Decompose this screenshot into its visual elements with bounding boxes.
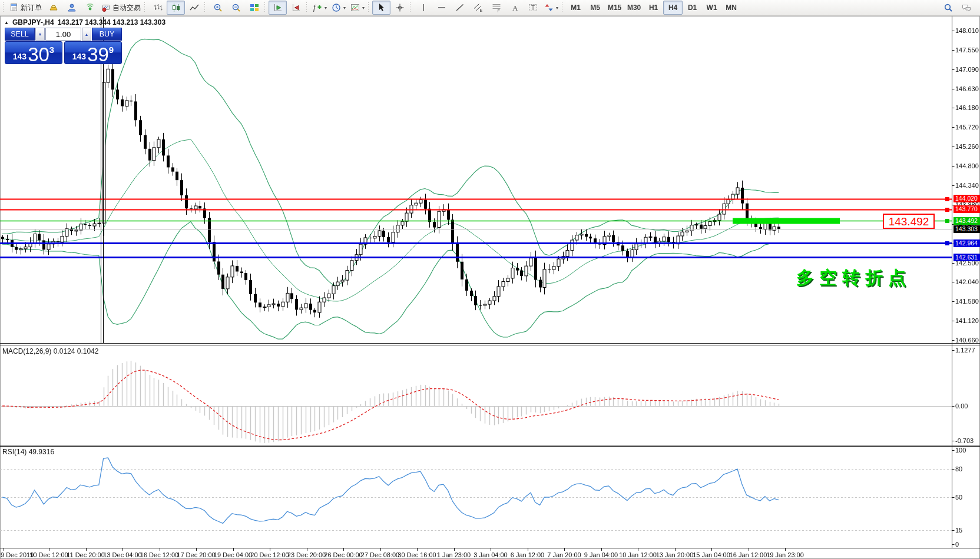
deposit-button[interactable]	[44, 1, 62, 15]
line-chart-icon	[190, 3, 199, 12]
toolbar-grip	[204, 2, 206, 13]
sell-price-button[interactable]: 143 30 3	[5, 41, 62, 64]
tf-m30-button-label: M30	[627, 4, 641, 12]
tf-d1-button-label: D1	[688, 4, 697, 12]
dropdown-arrow-icon: ▾	[343, 5, 346, 11]
buy-price-big: 39	[87, 45, 109, 64]
symbol-bar[interactable]: ▲ GBPJPY-,H4 143.217 143.344 143.213 143…	[4, 18, 165, 26]
sell-price-prefix: 143	[13, 52, 27, 61]
label-icon: T	[528, 3, 538, 12]
signal-icon	[85, 3, 95, 12]
arrows-button[interactable]: ▾	[542, 1, 561, 15]
channel-icon: E	[474, 3, 483, 12]
tf-m1-button[interactable]: M1	[566, 1, 585, 15]
horizontal-line-button[interactable]	[432, 1, 451, 15]
tf-d1-button[interactable]: D1	[683, 1, 702, 15]
buy-price-prefix: 143	[72, 52, 86, 61]
text-button[interactable]: A	[505, 1, 524, 15]
tf-m30-button[interactable]: M30	[624, 1, 644, 15]
buy-price-button[interactable]: 143 39 9	[64, 41, 122, 64]
volume-input[interactable]	[45, 28, 81, 41]
buy-price-sup: 9	[109, 45, 114, 55]
line-chart-button[interactable]	[185, 1, 203, 15]
zoom-in-button[interactable]	[208, 1, 227, 15]
one-click-trading-panel: SELL ▾ ▴ BUY 143 30 3 143 39 9	[5, 28, 122, 64]
bar-chart-button[interactable]	[148, 1, 167, 15]
auto-scroll-button[interactable]	[269, 1, 287, 15]
vertical-line-button[interactable]	[414, 1, 432, 15]
autotrading-button[interactable]: 自动交易	[99, 1, 143, 15]
toolbar-grip	[144, 2, 146, 13]
indicators-icon: f	[313, 3, 322, 12]
candlestick-icon	[171, 3, 181, 12]
crosshair-button[interactable]	[390, 1, 409, 15]
equidistant-channel-button[interactable]: E	[469, 1, 487, 15]
fibo-icon: F	[492, 3, 501, 12]
volume-increase-button[interactable]: ▴	[82, 28, 91, 41]
tile-windows-button[interactable]	[245, 1, 263, 15]
tf-h4-button[interactable]: H4	[663, 1, 683, 15]
cursor-button[interactable]	[372, 1, 390, 15]
price-callout-box: 143.492	[883, 214, 935, 229]
tf-w1-button[interactable]: W1	[702, 1, 721, 15]
toolbar-group	[148, 0, 203, 15]
toolbar: 新订单自动交易f▾▾▾EFAT▾M1M5M15M30H1H4D1W1MN	[0, 0, 980, 16]
symbol-title: GBPJPY-,H4	[12, 18, 54, 26]
tf-m15-button-label: M15	[608, 4, 621, 12]
bar-chart-icon	[153, 3, 163, 12]
toolbar-grip	[3, 2, 5, 13]
hline-icon	[437, 3, 446, 12]
autotrading-icon	[101, 3, 111, 12]
gold-icon	[49, 3, 58, 12]
svg-text:F: F	[497, 9, 499, 13]
tf-m15-button[interactable]: M15	[605, 1, 624, 15]
svg-text:E: E	[479, 8, 482, 12]
toolbar-group: f▾▾▾	[310, 0, 367, 15]
turning-point-annotation: 多空转折点	[796, 266, 911, 290]
zoom-in-icon	[213, 3, 223, 12]
buy-button[interactable]: BUY	[92, 28, 122, 41]
indicators-button[interactable]: f▾	[310, 1, 329, 15]
new-order-button-label: 新订单	[21, 3, 42, 13]
sell-button[interactable]: SELL	[5, 28, 35, 41]
svg-text:A: A	[512, 4, 518, 12]
signals-button[interactable]	[81, 1, 99, 15]
toolbar-grip	[562, 2, 564, 13]
tf-w1-button-label: W1	[707, 4, 717, 12]
chat-icon	[962, 3, 971, 12]
tf-h4-button-label: H4	[668, 4, 677, 12]
tile-icon	[250, 3, 259, 12]
candlestick-button[interactable]	[167, 1, 185, 15]
clock-icon	[332, 3, 341, 12]
profile-icon	[67, 3, 77, 12]
tf-mn-button-label: MN	[726, 4, 737, 12]
toolbar-group	[208, 0, 263, 15]
tf-mn-button[interactable]: MN	[721, 1, 741, 15]
new-order-button[interactable]: 新订单	[7, 1, 44, 15]
toolbar-group	[372, 0, 409, 15]
auto-scroll-icon	[273, 3, 283, 12]
trendline-button[interactable]	[451, 1, 469, 15]
tf-h1-button-label: H1	[649, 4, 658, 12]
trendline-icon	[455, 3, 465, 12]
tf-m1-button-label: M1	[571, 4, 581, 12]
order-icon	[9, 3, 19, 12]
zoom-out-icon	[231, 3, 241, 12]
toolbar-group: 新订单自动交易	[7, 0, 143, 15]
profile-button[interactable]	[62, 1, 81, 15]
templates-button[interactable]: ▾	[348, 1, 367, 15]
cursor-icon	[377, 3, 386, 12]
tf-m5-button[interactable]: M5	[585, 1, 605, 15]
chat-button[interactable]	[957, 1, 975, 15]
toolbar-grip	[410, 2, 412, 13]
periods-button[interactable]: ▾	[329, 1, 348, 15]
tf-h1-button[interactable]: H1	[644, 1, 663, 15]
search-button[interactable]	[939, 1, 957, 15]
label-button[interactable]: T	[524, 1, 542, 15]
zoom-out-button[interactable]	[227, 1, 245, 15]
toolbar-grip	[264, 2, 266, 13]
volume-decrease-button[interactable]: ▾	[35, 28, 45, 41]
toolbar-grip	[306, 2, 308, 13]
fibonacci-button[interactable]: F	[487, 1, 505, 15]
chart-shift-button[interactable]	[287, 1, 305, 15]
